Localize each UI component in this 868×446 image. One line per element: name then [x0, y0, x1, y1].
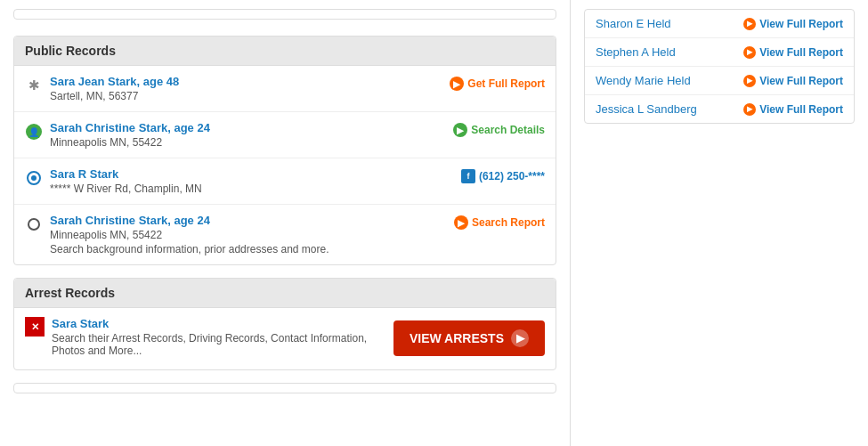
record-info: Sara Jean Stark, age 48 Sartell, MN, 563… — [50, 75, 179, 102]
record-left: 👤 Sarah Christine Stark, age 24 Minneapo… — [25, 121, 444, 149]
view-full-report-button[interactable]: ▶ View Full Report — [743, 75, 843, 87]
record-name-link[interactable]: Sara Jean Stark, age 48 — [50, 75, 179, 88]
top-bar — [13, 9, 556, 20]
view-full-report-label: View Full Report — [759, 103, 843, 116]
person-green-icon: 👤 — [26, 124, 42, 140]
record-action[interactable]: ▶ Search Details — [453, 123, 545, 137]
green-circle-icon: ▶ — [453, 123, 467, 137]
list-item: Stephen A Held ▶ View Full Report — [585, 38, 854, 67]
view-full-report-button[interactable]: ▶ View Full Report — [743, 18, 843, 30]
record-action[interactable]: f (612) 250-**** — [461, 169, 545, 183]
list-item: Sharon E Held ▶ View Full Report — [585, 10, 854, 38]
view-full-report-label: View Full Report — [759, 46, 843, 59]
record-left: Sara R Stark ***** W River Rd, Champlin,… — [25, 167, 452, 195]
orange-circle-icon: ▶ — [743, 18, 756, 30]
public-records-header: Public Records — [14, 36, 556, 66]
right-panel-inner: Sharon E Held ▶ View Full Report Stephen… — [584, 9, 855, 124]
search-details-button[interactable]: Search Details — [471, 124, 545, 136]
record-name-link[interactable]: Sara R Stark — [50, 167, 202, 181]
arrest-records-header: Arrest Records — [14, 279, 556, 308]
record-name-link[interactable]: Sarah Christine Stark, age 24 — [50, 214, 329, 227]
view-arrests-button[interactable]: VIEW ARRESTS ▶ — [393, 320, 545, 356]
public-records-section: Public Records ✱ Sara Jean Stark, age 48… — [13, 36, 556, 265]
view-arrests-label: VIEW ARRESTS — [410, 331, 504, 345]
record-name-link[interactable]: Sarah Christine Stark, age 24 — [50, 121, 210, 134]
record-address: Minneapolis MN, 55422 — [50, 229, 329, 241]
orange-circle-icon: ▶ — [743, 46, 756, 59]
right-name-link[interactable]: Sharon E Held — [596, 17, 671, 30]
circle-outline-icon — [27, 171, 41, 185]
orange-circle-icon: ▶ — [743, 75, 756, 87]
view-full-report-button[interactable]: ▶ View Full Report — [743, 103, 843, 116]
record-left: ✱ Sara Jean Stark, age 48 Sartell, MN, 5… — [25, 75, 441, 102]
right-name-link[interactable]: Wendy Marie Held — [596, 74, 691, 87]
bottom-bar — [13, 383, 556, 393]
arrest-info: ✕ Sara Stark Search their Arrest Records… — [25, 317, 385, 357]
record-address: ***** W River Rd, Champlin, MN — [50, 182, 202, 195]
record-left: Sarah Christine Stark, age 24 Minneapoli… — [25, 214, 445, 255]
record-info: Sara R Stark ***** W River Rd, Champlin,… — [50, 167, 202, 195]
view-arrests-wrapper: VIEW ARRESTS ▶ — [393, 320, 545, 356]
table-row: ✱ Sara Jean Stark, age 48 Sartell, MN, 5… — [14, 66, 556, 112]
arrest-name-link[interactable]: Sara Stark — [52, 317, 385, 330]
get-full-report-button[interactable]: Get Full Report — [467, 77, 545, 90]
record-action[interactable]: ▶ Search Report — [454, 215, 545, 230]
arrest-description: Search their Arrest Records, Driving Rec… — [52, 332, 385, 357]
orange-circle-icon: ▶ — [743, 103, 756, 116]
record-address: Sartell, MN, 56377 — [50, 90, 179, 102]
orange-circle-icon2: ▶ — [454, 215, 468, 230]
record-info: Sarah Christine Stark, age 24 Minneapoli… — [50, 121, 210, 149]
arrest-records-section: Arrest Records ✕ Sara Stark Search their… — [13, 278, 556, 370]
circle-inner-icon — [31, 175, 37, 181]
arrest-text-block: Sara Stark Search their Arrest Records, … — [52, 317, 385, 357]
record-address: Minneapolis MN, 55422 — [50, 136, 210, 149]
view-full-report-label: View Full Report — [759, 75, 843, 87]
wrench-icon: ✱ — [25, 77, 43, 94]
right-panel: Sharon E Held ▶ View Full Report Stephen… — [570, 0, 868, 446]
list-item: Jessica L Sandberg ▶ View Full Report — [585, 95, 854, 123]
record-info: Sarah Christine Stark, age 24 Minneapoli… — [50, 214, 329, 255]
view-full-report-button[interactable]: ▶ View Full Report — [743, 46, 843, 59]
small-circle-icon — [25, 215, 43, 233]
blue-f-icon: f — [461, 169, 475, 183]
table-row: Sara R Stark ***** W River Rd, Champlin,… — [14, 158, 556, 205]
table-row: 👤 Sarah Christine Stark, age 24 Minneapo… — [14, 112, 556, 158]
left-panel: Public Records ✱ Sara Jean Stark, age 48… — [0, 0, 570, 446]
record-sub-text: Search background information, prior add… — [50, 243, 329, 255]
person-icon: 👤 — [25, 123, 43, 141]
table-row: Sarah Christine Stark, age 24 Minneapoli… — [14, 205, 556, 264]
arrow-icon: ▶ — [511, 329, 529, 347]
right-name-link[interactable]: Stephen A Held — [596, 45, 676, 59]
right-name-link[interactable]: Jessica L Sandberg — [596, 102, 697, 116]
view-full-report-label: View Full Report — [759, 18, 843, 30]
record-action[interactable]: ▶ Get Full Report — [450, 77, 545, 91]
list-item: Wendy Marie Held ▶ View Full Report — [585, 67, 854, 95]
arrest-item: ✕ Sara Stark Search their Arrest Records… — [14, 308, 556, 369]
phone-number-link[interactable]: (612) 250-**** — [479, 170, 545, 182]
search-report-button[interactable]: Search Report — [472, 216, 545, 229]
circle-blue-icon — [25, 169, 43, 187]
outline-circle-icon — [28, 218, 40, 231]
orange-circle-icon: ▶ — [450, 77, 464, 91]
arrest-icon: ✕ — [25, 317, 45, 337]
